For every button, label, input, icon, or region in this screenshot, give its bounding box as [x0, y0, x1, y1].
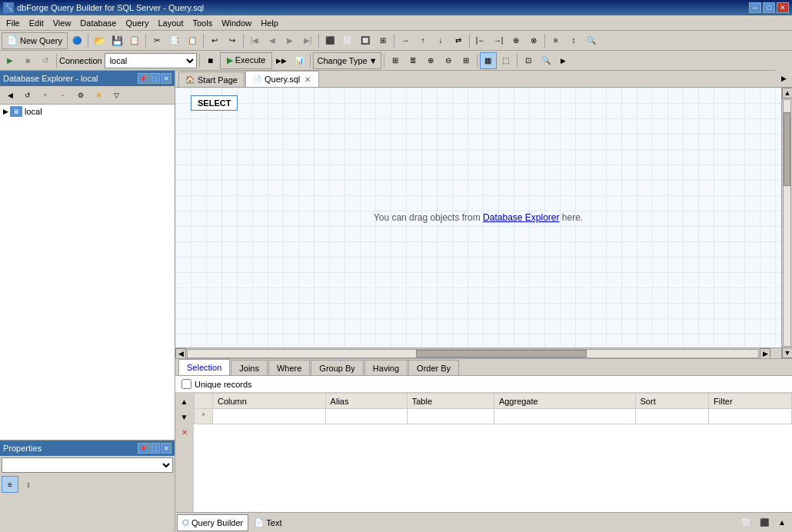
tb-btn-10[interactable]: ↑ [414, 32, 431, 49]
bt-collapse-btn[interactable]: ⬜ [738, 514, 755, 531]
h-scroll-track[interactable] [187, 349, 759, 358]
panel-btn[interactable]: ⊡ [520, 52, 537, 69]
execute-button[interactable]: ▶ Execute [220, 52, 273, 69]
zoom-grid-btn[interactable]: ⊞ [458, 52, 474, 69]
prop-list-btn[interactable]: ≡ [2, 476, 18, 493]
save-button[interactable]: 💾 [108, 32, 125, 49]
snap-btn[interactable]: ⊞ [387, 52, 404, 69]
disconnect-btn[interactable]: ■ [19, 52, 36, 69]
tb-btn-8[interactable]: ⊞ [374, 32, 391, 49]
align-btn[interactable]: ≣ [404, 52, 421, 69]
alias-cell[interactable] [325, 409, 407, 424]
tb-btn-13[interactable]: |← [472, 32, 489, 49]
open-button[interactable]: 📂 [91, 32, 108, 49]
tb-btn-3[interactable]: ▶ [281, 32, 298, 49]
prop-float-btn[interactable]: ⬚ [149, 443, 160, 454]
stop-btn[interactable]: ⏹ [202, 52, 219, 69]
redo-button[interactable]: ↪ [224, 32, 241, 49]
grid-view-btn[interactable]: ▦ [480, 52, 497, 69]
exec-selected-btn[interactable]: ▶▶ [273, 52, 290, 69]
h-scrollbar[interactable]: ◀ ▶ [175, 347, 781, 358]
grid-table-container[interactable]: Column Alias Table Aggregate Sort Filter [194, 393, 792, 512]
tab-scroll-right[interactable]: ▶ [775, 70, 792, 87]
tb-btn-11[interactable]: ↓ [432, 32, 449, 49]
tb-btn-4[interactable]: ▶| [299, 32, 316, 49]
db-tree[interactable]: ▶ 🖥 local [0, 105, 175, 440]
unique-records-checkbox[interactable] [181, 379, 191, 389]
connection-select[interactable]: local [105, 53, 197, 68]
query-builder-button[interactable]: ⬡ Query Builder [177, 514, 248, 531]
text-view-button[interactable]: 📄 Text [249, 514, 303, 531]
bt-restore-btn[interactable]: ⬛ [756, 514, 773, 531]
properties-select[interactable] [2, 457, 173, 473]
zoom-btn[interactable]: ⊕ [422, 52, 439, 69]
maximize-button[interactable]: □ [763, 2, 775, 13]
tab-having[interactable]: Having [364, 360, 408, 375]
tb-btn-19[interactable]: 🔍 [583, 32, 600, 49]
tab-query-sql[interactable]: 📄 Query.sql ✕ [245, 71, 319, 87]
minimize-button[interactable]: ─ [749, 2, 761, 13]
tb-btn-5[interactable]: ⬛ [321, 32, 338, 49]
select-box[interactable]: SELECT [191, 95, 238, 111]
tb-btn-18[interactable]: ↕ [565, 32, 582, 49]
panel-pin-button[interactable]: 📌 [138, 73, 148, 84]
db-props-btn[interactable]: ⚙ [72, 87, 89, 104]
v-scroll-track[interactable] [783, 99, 791, 347]
v-scroll-thumb[interactable] [784, 112, 790, 186]
tb-btn-12[interactable]: ⇄ [450, 32, 467, 49]
db-back-btn[interactable]: ◀ [2, 87, 18, 104]
tab-where[interactable]: Where [268, 360, 310, 375]
menu-file[interactable]: File [2, 17, 25, 29]
column-cell[interactable] [213, 409, 326, 424]
change-type-button[interactable]: Change Type ▼ [313, 52, 381, 69]
menu-tools[interactable]: Tools [188, 17, 217, 29]
bt-up-btn[interactable]: ▲ [774, 514, 790, 531]
menu-database[interactable]: Database [75, 17, 121, 29]
filter-cell[interactable] [709, 409, 792, 424]
tab-joins[interactable]: Joins [231, 360, 268, 375]
split-view-btn[interactable]: ⬚ [497, 52, 514, 69]
tab-group-by[interactable]: Group By [311, 360, 363, 375]
db-add-btn[interactable]: + [37, 87, 54, 104]
db-filter-btn[interactable]: ▽ [108, 87, 125, 104]
h-scroll-left-btn[interactable]: ◀ [175, 348, 186, 359]
tb-btn-9[interactable]: → [397, 32, 414, 49]
zoom-out-btn[interactable]: ⊖ [440, 52, 457, 69]
prop-sort-btn[interactable]: ↕ [20, 476, 37, 493]
panel-close-button[interactable]: ✕ [161, 73, 171, 84]
h-scroll-right-btn[interactable]: ▶ [760, 348, 770, 359]
tab-selection[interactable]: Selection [178, 359, 230, 375]
query-canvas[interactable]: SELECT You can drag objects from Databas… [175, 88, 781, 347]
save-all-button[interactable]: 📋 [126, 32, 143, 49]
exec-plan-btn[interactable]: 📊 [291, 52, 308, 69]
close-tab-button[interactable]: ✕ [303, 75, 312, 84]
menu-layout[interactable]: Layout [153, 17, 188, 29]
open-sql-button[interactable]: 🔵 [68, 32, 85, 49]
tb-btn-7[interactable]: 🔲 [357, 32, 374, 49]
undo-button[interactable]: ↩ [206, 32, 223, 49]
sort-cell[interactable] [635, 409, 709, 424]
connect-btn[interactable]: ▶ [2, 52, 18, 69]
tab-order-by[interactable]: Order By [408, 360, 459, 375]
v-scroll-up-btn[interactable]: ▲ [782, 88, 792, 98]
tb-btn-2[interactable]: ◀ [264, 32, 281, 49]
new-query-button[interactable]: 📄 New Query [2, 32, 68, 49]
refresh-btn[interactable]: ↺ [37, 52, 54, 69]
panel-float-button[interactable]: ⬚ [149, 73, 160, 84]
prop-pin-btn[interactable]: 📌 [138, 443, 148, 454]
menu-window[interactable]: Window [217, 17, 256, 29]
tab-start-page[interactable]: 🏠 Start Page [178, 71, 245, 87]
paste-button[interactable]: 📋 [184, 32, 201, 49]
h-scroll-thumb[interactable] [416, 350, 587, 357]
v-scrollbar[interactable]: ▲ ▼ [781, 88, 792, 358]
db-explorer-link[interactable]: Database Explorer [483, 212, 559, 223]
tree-item-local[interactable]: ▶ 🖥 local [0, 105, 175, 118]
menu-view[interactable]: View [48, 17, 76, 29]
tb-btn-16[interactable]: ⊗ [525, 32, 542, 49]
menu-query[interactable]: Query [121, 17, 153, 29]
tb-btn-1[interactable]: |◀ [246, 32, 263, 49]
db-star-btn[interactable]: ★ [90, 87, 107, 104]
menu-help[interactable]: Help [256, 17, 283, 29]
tb-btn-15[interactable]: ⊕ [507, 32, 524, 49]
tb-btn-17[interactable]: ≡ [547, 32, 564, 49]
